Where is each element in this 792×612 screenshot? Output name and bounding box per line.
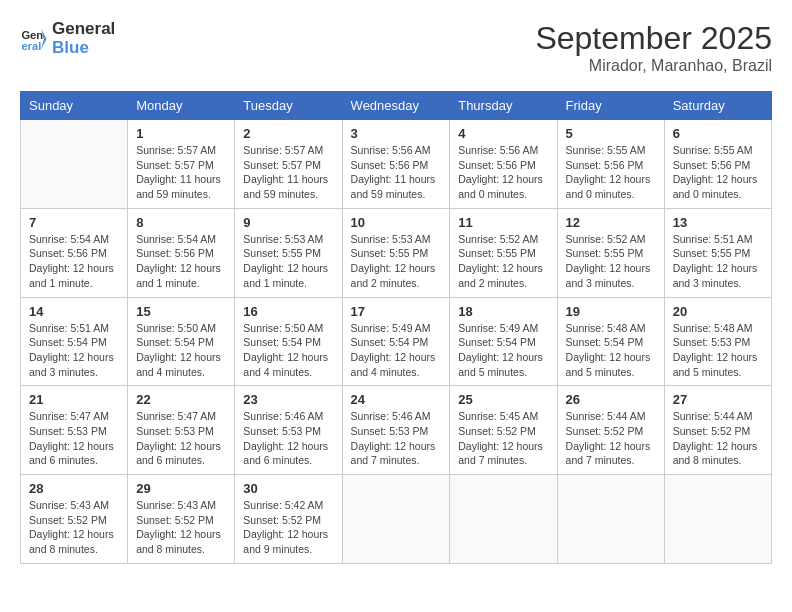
logo-line2: Blue xyxy=(52,39,115,58)
calendar-cell: 3Sunrise: 5:56 AM Sunset: 5:56 PM Daylig… xyxy=(342,120,450,209)
calendar-week-2: 7Sunrise: 5:54 AM Sunset: 5:56 PM Daylig… xyxy=(21,208,772,297)
day-info: Sunrise: 5:51 AM Sunset: 5:55 PM Dayligh… xyxy=(673,232,763,291)
day-number: 23 xyxy=(243,392,333,407)
header-saturday: Saturday xyxy=(664,92,771,120)
header-wednesday: Wednesday xyxy=(342,92,450,120)
day-number: 22 xyxy=(136,392,226,407)
svg-text:Gen: Gen xyxy=(21,29,43,41)
logo: Gen eral General Blue xyxy=(20,20,115,57)
day-info: Sunrise: 5:51 AM Sunset: 5:54 PM Dayligh… xyxy=(29,321,119,380)
day-info: Sunrise: 5:46 AM Sunset: 5:53 PM Dayligh… xyxy=(243,409,333,468)
day-info: Sunrise: 5:53 AM Sunset: 5:55 PM Dayligh… xyxy=(351,232,442,291)
logo-icon: Gen eral xyxy=(20,25,48,53)
calendar-cell: 12Sunrise: 5:52 AM Sunset: 5:55 PM Dayli… xyxy=(557,208,664,297)
day-info: Sunrise: 5:42 AM Sunset: 5:52 PM Dayligh… xyxy=(243,498,333,557)
calendar-cell: 25Sunrise: 5:45 AM Sunset: 5:52 PM Dayli… xyxy=(450,386,557,475)
page-header: Gen eral General Blue September 2025 Mir… xyxy=(20,20,772,75)
day-number: 21 xyxy=(29,392,119,407)
calendar-cell: 11Sunrise: 5:52 AM Sunset: 5:55 PM Dayli… xyxy=(450,208,557,297)
calendar-week-3: 14Sunrise: 5:51 AM Sunset: 5:54 PM Dayli… xyxy=(21,297,772,386)
calendar-cell: 17Sunrise: 5:49 AM Sunset: 5:54 PM Dayli… xyxy=(342,297,450,386)
day-number: 10 xyxy=(351,215,442,230)
calendar-cell: 4Sunrise: 5:56 AM Sunset: 5:56 PM Daylig… xyxy=(450,120,557,209)
day-info: Sunrise: 5:52 AM Sunset: 5:55 PM Dayligh… xyxy=(458,232,548,291)
day-info: Sunrise: 5:48 AM Sunset: 5:54 PM Dayligh… xyxy=(566,321,656,380)
day-info: Sunrise: 5:46 AM Sunset: 5:53 PM Dayligh… xyxy=(351,409,442,468)
calendar-cell: 1Sunrise: 5:57 AM Sunset: 5:57 PM Daylig… xyxy=(128,120,235,209)
calendar-table: SundayMondayTuesdayWednesdayThursdayFrid… xyxy=(20,91,772,564)
day-info: Sunrise: 5:57 AM Sunset: 5:57 PM Dayligh… xyxy=(136,143,226,202)
day-number: 7 xyxy=(29,215,119,230)
day-info: Sunrise: 5:49 AM Sunset: 5:54 PM Dayligh… xyxy=(351,321,442,380)
day-number: 15 xyxy=(136,304,226,319)
calendar-cell: 21Sunrise: 5:47 AM Sunset: 5:53 PM Dayli… xyxy=(21,386,128,475)
day-number: 18 xyxy=(458,304,548,319)
calendar-cell xyxy=(664,475,771,564)
day-number: 11 xyxy=(458,215,548,230)
day-info: Sunrise: 5:49 AM Sunset: 5:54 PM Dayligh… xyxy=(458,321,548,380)
day-info: Sunrise: 5:48 AM Sunset: 5:53 PM Dayligh… xyxy=(673,321,763,380)
calendar-cell: 8Sunrise: 5:54 AM Sunset: 5:56 PM Daylig… xyxy=(128,208,235,297)
calendar-cell: 27Sunrise: 5:44 AM Sunset: 5:52 PM Dayli… xyxy=(664,386,771,475)
calendar-cell: 29Sunrise: 5:43 AM Sunset: 5:52 PM Dayli… xyxy=(128,475,235,564)
month-title: September 2025 xyxy=(535,20,772,57)
calendar-cell: 19Sunrise: 5:48 AM Sunset: 5:54 PM Dayli… xyxy=(557,297,664,386)
day-info: Sunrise: 5:47 AM Sunset: 5:53 PM Dayligh… xyxy=(136,409,226,468)
calendar-cell: 9Sunrise: 5:53 AM Sunset: 5:55 PM Daylig… xyxy=(235,208,342,297)
day-number: 3 xyxy=(351,126,442,141)
calendar-cell: 16Sunrise: 5:50 AM Sunset: 5:54 PM Dayli… xyxy=(235,297,342,386)
calendar-cell: 14Sunrise: 5:51 AM Sunset: 5:54 PM Dayli… xyxy=(21,297,128,386)
calendar-cell: 5Sunrise: 5:55 AM Sunset: 5:56 PM Daylig… xyxy=(557,120,664,209)
day-number: 25 xyxy=(458,392,548,407)
day-info: Sunrise: 5:50 AM Sunset: 5:54 PM Dayligh… xyxy=(136,321,226,380)
day-number: 13 xyxy=(673,215,763,230)
calendar-cell: 13Sunrise: 5:51 AM Sunset: 5:55 PM Dayli… xyxy=(664,208,771,297)
day-info: Sunrise: 5:50 AM Sunset: 5:54 PM Dayligh… xyxy=(243,321,333,380)
calendar-cell: 15Sunrise: 5:50 AM Sunset: 5:54 PM Dayli… xyxy=(128,297,235,386)
day-info: Sunrise: 5:44 AM Sunset: 5:52 PM Dayligh… xyxy=(673,409,763,468)
day-number: 14 xyxy=(29,304,119,319)
calendar-cell xyxy=(557,475,664,564)
day-number: 9 xyxy=(243,215,333,230)
calendar-cell: 10Sunrise: 5:53 AM Sunset: 5:55 PM Dayli… xyxy=(342,208,450,297)
day-number: 1 xyxy=(136,126,226,141)
header-sunday: Sunday xyxy=(21,92,128,120)
calendar-cell: 7Sunrise: 5:54 AM Sunset: 5:56 PM Daylig… xyxy=(21,208,128,297)
calendar-cell: 22Sunrise: 5:47 AM Sunset: 5:53 PM Dayli… xyxy=(128,386,235,475)
day-info: Sunrise: 5:52 AM Sunset: 5:55 PM Dayligh… xyxy=(566,232,656,291)
day-number: 27 xyxy=(673,392,763,407)
day-number: 2 xyxy=(243,126,333,141)
day-info: Sunrise: 5:55 AM Sunset: 5:56 PM Dayligh… xyxy=(566,143,656,202)
day-number: 12 xyxy=(566,215,656,230)
header-tuesday: Tuesday xyxy=(235,92,342,120)
day-number: 16 xyxy=(243,304,333,319)
header-friday: Friday xyxy=(557,92,664,120)
calendar-week-5: 28Sunrise: 5:43 AM Sunset: 5:52 PM Dayli… xyxy=(21,475,772,564)
day-number: 29 xyxy=(136,481,226,496)
day-number: 20 xyxy=(673,304,763,319)
day-number: 5 xyxy=(566,126,656,141)
day-info: Sunrise: 5:54 AM Sunset: 5:56 PM Dayligh… xyxy=(136,232,226,291)
day-info: Sunrise: 5:45 AM Sunset: 5:52 PM Dayligh… xyxy=(458,409,548,468)
day-info: Sunrise: 5:55 AM Sunset: 5:56 PM Dayligh… xyxy=(673,143,763,202)
day-info: Sunrise: 5:47 AM Sunset: 5:53 PM Dayligh… xyxy=(29,409,119,468)
location-subtitle: Mirador, Maranhao, Brazil xyxy=(535,57,772,75)
svg-text:eral: eral xyxy=(21,40,41,52)
calendar-week-4: 21Sunrise: 5:47 AM Sunset: 5:53 PM Dayli… xyxy=(21,386,772,475)
calendar-cell xyxy=(21,120,128,209)
calendar-week-1: 1Sunrise: 5:57 AM Sunset: 5:57 PM Daylig… xyxy=(21,120,772,209)
day-info: Sunrise: 5:57 AM Sunset: 5:57 PM Dayligh… xyxy=(243,143,333,202)
day-info: Sunrise: 5:54 AM Sunset: 5:56 PM Dayligh… xyxy=(29,232,119,291)
day-number: 17 xyxy=(351,304,442,319)
day-number: 26 xyxy=(566,392,656,407)
title-block: September 2025 Mirador, Maranhao, Brazil xyxy=(535,20,772,75)
day-number: 6 xyxy=(673,126,763,141)
calendar-cell: 2Sunrise: 5:57 AM Sunset: 5:57 PM Daylig… xyxy=(235,120,342,209)
calendar-cell: 28Sunrise: 5:43 AM Sunset: 5:52 PM Dayli… xyxy=(21,475,128,564)
day-number: 30 xyxy=(243,481,333,496)
day-info: Sunrise: 5:44 AM Sunset: 5:52 PM Dayligh… xyxy=(566,409,656,468)
calendar-cell: 6Sunrise: 5:55 AM Sunset: 5:56 PM Daylig… xyxy=(664,120,771,209)
calendar-cell xyxy=(342,475,450,564)
day-number: 8 xyxy=(136,215,226,230)
calendar-cell: 18Sunrise: 5:49 AM Sunset: 5:54 PM Dayli… xyxy=(450,297,557,386)
